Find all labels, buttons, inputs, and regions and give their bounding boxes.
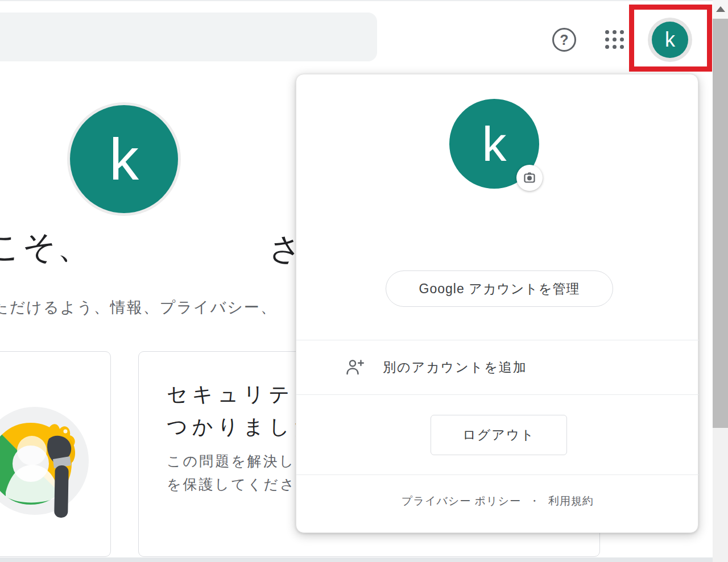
add-account-menu-item[interactable]: 別のアカウントを追加 <box>296 340 699 394</box>
privacy-policy-link[interactable]: プライバシー ポリシー <box>402 494 521 509</box>
up-arrow-icon <box>716 6 725 12</box>
manage-google-account-button[interactable]: Google アカウントを管理 <box>386 270 613 307</box>
person-add-icon <box>345 357 365 378</box>
avatar-initial: k <box>109 126 139 193</box>
menu-divider <box>296 394 699 395</box>
help-button[interactable]: ? <box>552 28 576 52</box>
footer-separator: ・ <box>529 494 540 509</box>
search-input[interactable] <box>0 13 377 61</box>
avatar-initial: k <box>482 116 507 172</box>
scrollbar[interactable] <box>713 0 728 562</box>
avatar: k <box>652 22 688 58</box>
account-menu-popup: k Google アカウントを管理 別のアカウントを追加 ログアウト プライバシ… <box>296 74 698 533</box>
avatar-initial: k <box>665 28 675 52</box>
google-apps-grid-icon[interactable] <box>605 30 624 49</box>
scrollbar-up-button[interactable] <box>713 0 728 18</box>
window-top-edge <box>0 0 728 1</box>
terms-link[interactable]: 利用規約 <box>548 494 594 509</box>
add-account-label: 別のアカウントを追加 <box>383 359 527 376</box>
change-photo-button[interactable] <box>516 165 543 191</box>
welcome-subtext-fragment: ただけるよう、情報、プライバシー、 <box>0 297 277 318</box>
welcome-heading-fragment-left: こそ、 <box>0 225 92 269</box>
account-personalization-illustration <box>0 406 94 519</box>
profile-avatar-large: k <box>67 102 181 216</box>
avatar: k <box>70 105 178 213</box>
menu-footer: プライバシー ポリシー ・ 利用規約 <box>296 494 699 509</box>
privacy-card[interactable] <box>0 351 111 557</box>
camera-icon <box>523 171 536 185</box>
menu-divider <box>296 474 699 475</box>
logout-button[interactable]: ログアウト <box>431 415 567 455</box>
page-bottom-edge <box>0 557 728 562</box>
account-avatar-button[interactable]: k <box>648 18 692 62</box>
scrollbar-thumb[interactable] <box>713 19 728 428</box>
security-card-body: この問題を解決し を保護してくださ <box>167 449 296 496</box>
question-mark-icon: ? <box>560 32 568 48</box>
